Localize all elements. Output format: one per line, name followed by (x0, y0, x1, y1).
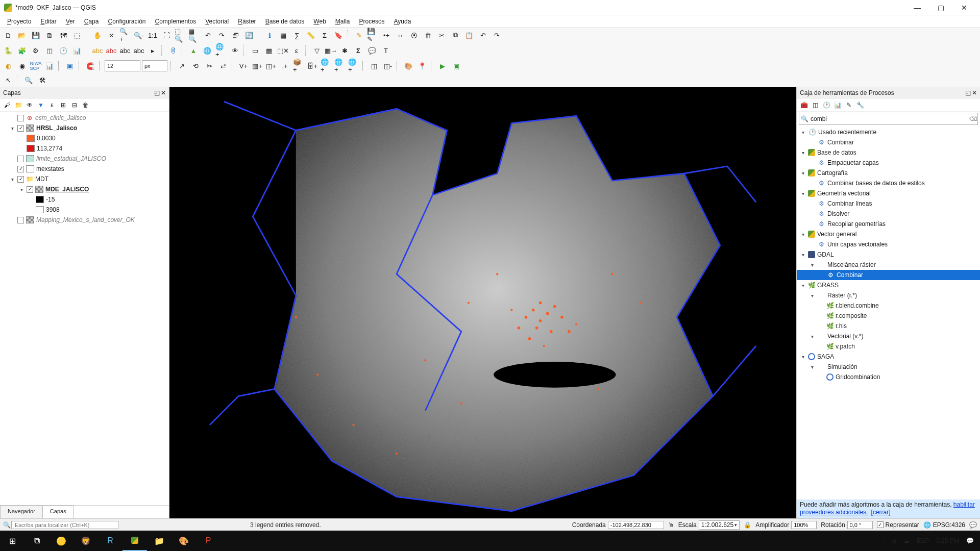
layer-checkbox[interactable] (17, 176, 24, 183)
extents-icon[interactable]: 🖱 (668, 521, 674, 529)
scp-text-icon[interactable]: NIWASCP (30, 60, 42, 72)
menu-configuración[interactable]: Configuración (104, 17, 150, 26)
layer-checkbox[interactable] (17, 115, 24, 121)
refresh-icon[interactable]: 🔄 (243, 29, 255, 41)
proc-row[interactable]: ▾GDAL (797, 249, 980, 260)
stats-icon[interactable]: Σ (318, 29, 331, 41)
proc-row[interactable]: ▾Vectorial (v.*) (797, 331, 980, 341)
layer-row[interactable]: limite_estadual_JALISCO (0, 154, 169, 164)
save-as-icon[interactable]: 🗎 (43, 29, 56, 41)
spatialite-icon[interactable]: 🗄+ (306, 60, 318, 72)
render-checkbox[interactable] (877, 521, 884, 528)
crs-icon[interactable]: ▲ (187, 44, 200, 57)
proc-row[interactable]: ⚙Combinar líneas (797, 198, 980, 209)
chrome-icon[interactable]: 🟡 (49, 531, 74, 551)
proc-row[interactable]: 🌿r.composite (797, 311, 980, 321)
layer-row[interactable]: ▾HRSL_Jalisco (0, 123, 169, 133)
menu-procesos[interactable]: Procesos (355, 17, 389, 26)
decorations-icon[interactable]: ✱ (338, 44, 351, 57)
style-manager-icon[interactable]: 🎨 (402, 60, 414, 72)
proc-row[interactable]: 🌿v.patch (797, 341, 980, 352)
layer-row[interactable]: mexstates (0, 164, 169, 174)
proc-row[interactable]: ▾🌿GRASS (797, 280, 980, 290)
scale-value[interactable]: 1:2.002.625▾ (699, 520, 740, 530)
filter-icon[interactable]: ▽ (311, 44, 323, 57)
processing-search[interactable]: 🔍 ⌫ (799, 113, 978, 125)
tips-icon[interactable]: 💬 (366, 44, 378, 57)
proc-row[interactable]: ▾Geometría vectorial (797, 188, 980, 198)
rstudio-icon[interactable]: R (98, 531, 122, 551)
lock-icon[interactable]: 🔒 (744, 521, 751, 529)
zoom-layer-icon[interactable]: ▦🔍 (188, 29, 200, 41)
panel-undock-icon[interactable]: ◰ (965, 89, 971, 96)
locator-input[interactable] (11, 521, 118, 529)
scp-band-icon[interactable]: 📊 (43, 60, 56, 72)
remove-layer-icon[interactable]: ◫- (382, 60, 394, 72)
qgis-taskbar-icon[interactable] (122, 531, 147, 551)
paint-icon[interactable]: 🎨 (172, 531, 196, 551)
label-icon-4[interactable]: abc (133, 44, 145, 57)
scp-roi-icon[interactable]: ▣ (64, 60, 76, 72)
select-expr-icon[interactable]: ε (290, 44, 303, 57)
wfs-icon[interactable]: 🌐+ (334, 60, 346, 72)
identify-icon[interactable]: ℹ (263, 29, 276, 41)
layer-checkbox[interactable] (17, 166, 24, 172)
delete-icon[interactable]: 🗑 (422, 29, 434, 41)
zoom-out-icon[interactable]: 🔍- (133, 29, 145, 41)
layer-remove-icon[interactable]: 🗑 (81, 100, 91, 110)
digitize-3-icon[interactable]: ✂ (203, 60, 215, 72)
crs-value[interactable]: EPSG:4326 (933, 521, 965, 529)
rotation-value[interactable] (847, 521, 873, 529)
pan-selection-icon[interactable]: ⤧ (105, 29, 117, 41)
save-project-icon[interactable]: 💾 (30, 29, 42, 41)
processing-tree[interactable]: ▾🕑Usado recientemente⚙Combinar▾Base de d… (797, 126, 980, 499)
proc-history-icon[interactable]: 🕑 (821, 100, 831, 110)
snap-icon[interactable]: 🧲 (84, 60, 96, 72)
layer-checkbox[interactable] (17, 125, 24, 132)
raster-new-icon[interactable]: ▦+ (251, 60, 263, 72)
tray-dropbox-icon[interactable]: ⧈ (892, 537, 896, 544)
map-canvas[interactable] (169, 87, 796, 518)
processing-icon[interactable]: ⚙ (30, 44, 42, 57)
proc-row[interactable]: ▾SAGA (797, 352, 980, 362)
scp-dock-icon[interactable]: ◉ (16, 60, 28, 72)
field-calc-icon[interactable]: ∑ (291, 29, 303, 41)
spin-unit[interactable]: px (142, 60, 167, 71)
wms-icon[interactable]: 🌐+ (320, 60, 332, 72)
panel-undock-icon[interactable]: ◰ (154, 89, 160, 96)
digitize-2-icon[interactable]: ⟲ (189, 60, 202, 72)
layer-row[interactable]: 113,2774 (0, 143, 169, 154)
menu-malla[interactable]: Malla (331, 17, 354, 26)
proc-row[interactable]: ▾Miscelánea ráster (797, 260, 980, 270)
zoom-selection-icon[interactable]: ⬚🔍 (174, 29, 186, 41)
magnifier-value[interactable] (791, 521, 817, 529)
layer-expand-icon[interactable]: ⊞ (58, 100, 68, 110)
layer-row[interactable]: 3908 (0, 205, 169, 215)
clear-icon[interactable]: ⌫ (969, 116, 977, 122)
layer-row[interactable]: ▾📁MDT (0, 174, 169, 184)
add-feature-icon[interactable]: •+ (380, 29, 393, 41)
python-console-icon[interactable]: 🐍 (2, 44, 14, 57)
layer-checkbox[interactable] (17, 156, 24, 162)
edit-toggle-icon[interactable]: ✎ (353, 29, 365, 41)
zoom-full-icon[interactable]: ⛶ (160, 29, 173, 41)
globe-icon[interactable]: 🌐 (201, 44, 213, 57)
bookmarks-icon[interactable]: 🔖 (332, 29, 345, 41)
osm-tools-icon[interactable]: 🛠 (36, 74, 48, 86)
tray-onedrive-icon[interactable]: ☁ (903, 537, 910, 544)
run-icon[interactable]: ▶ (436, 60, 449, 72)
menu-base de datos[interactable]: Base de datos (261, 17, 309, 26)
layer-style-icon[interactable]: 🖌 (2, 100, 12, 110)
menu-ayuda[interactable]: Ayuda (390, 17, 415, 26)
label-icon-3[interactable]: abc (119, 44, 131, 57)
proc-row[interactable]: ▾Ráster (r.*) (797, 290, 980, 300)
save-edits-icon[interactable]: 💾✎ (366, 29, 379, 41)
gpk-new-icon[interactable]: 📦+ (292, 60, 305, 72)
menu-editar[interactable]: Editar (36, 17, 60, 26)
plugin-icon[interactable]: 🧩 (16, 44, 28, 57)
pan-icon[interactable]: ✋ (91, 29, 104, 41)
window-minimize-button[interactable]: — (905, 0, 929, 15)
arrow-icon[interactable]: ↖ (2, 74, 14, 86)
zoom-in-icon[interactable]: 🔍+ (119, 29, 131, 41)
proc-options-icon[interactable]: 🔧 (855, 100, 865, 110)
